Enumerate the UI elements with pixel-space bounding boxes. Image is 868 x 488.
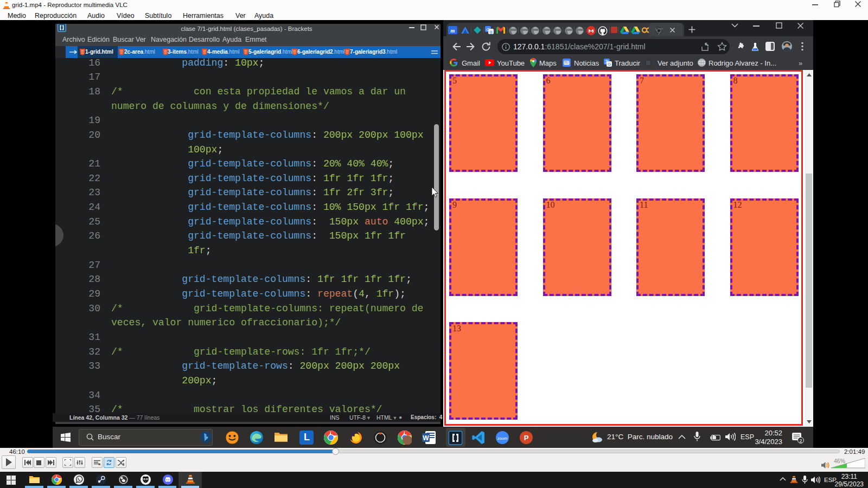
- svg-text:G: G: [608, 62, 611, 67]
- svg-text:P: P: [524, 434, 529, 442]
- svg-text:m: m: [451, 28, 455, 34]
- svg-text:2: 2: [799, 438, 802, 444]
- svg-text:GB: GB: [567, 60, 570, 63]
- svg-text:zoom: zoom: [497, 436, 507, 441]
- svg-text:W: W: [423, 434, 429, 442]
- svg-text:g: g: [490, 29, 492, 34]
